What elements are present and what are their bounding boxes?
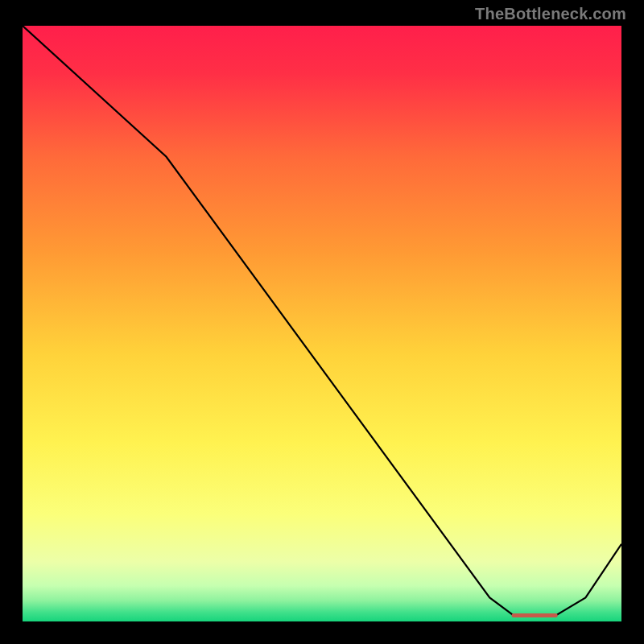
chart-svg: [23, 26, 621, 621]
watermark-text: TheBottleneck.com: [475, 5, 626, 23]
gradient-bg: [23, 26, 621, 621]
plot-area: [19, 23, 625, 625]
figure-root: TheBottleneck.com: [0, 0, 644, 644]
